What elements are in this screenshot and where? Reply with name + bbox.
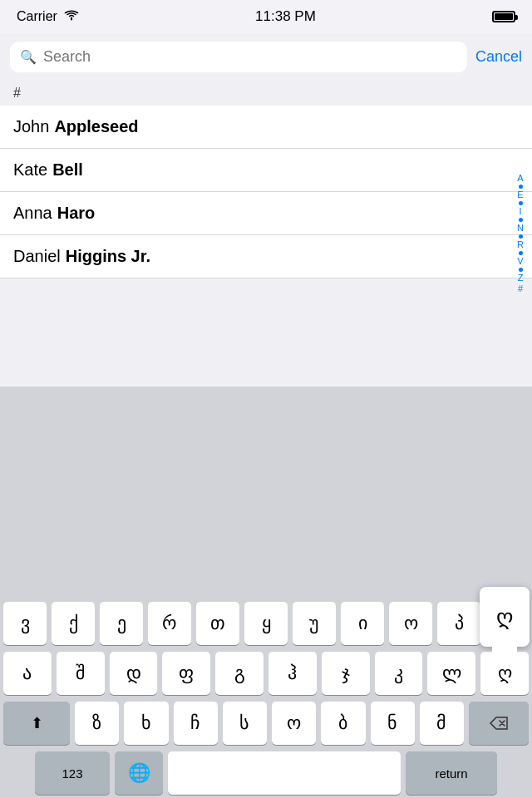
search-input-wrapper[interactable]: 🔍 [10,42,467,72]
index-letter-a[interactable]: A [517,174,523,183]
key-n[interactable]: ნ [371,702,415,745]
contact-item[interactable]: Kate Bell [0,149,532,192]
cancel-button[interactable]: Cancel [475,48,522,66]
contact-first-name: Kate [13,160,47,180]
key-r[interactable]: რ [148,602,191,645]
index-dot [519,251,523,255]
contact-first-name: John [13,117,49,136]
index-letter-i[interactable]: I [519,207,521,216]
index-letter-z[interactable]: Z [518,273,524,283]
battery-icon [492,11,515,22]
key-g[interactable]: გ [215,652,264,695]
contact-last-name: Appleseed [54,117,138,136]
key-o[interactable]: ო [389,602,432,645]
key-e[interactable]: ე [100,602,143,645]
key-m[interactable]: მ [420,702,464,745]
numbers-key[interactable]: 123 [35,751,110,795]
key-ch[interactable]: ჩ [174,702,218,745]
key-t[interactable]: თ [196,602,239,645]
key-h[interactable]: ჰ [268,652,317,695]
index-dot [519,268,523,272]
key-sh[interactable]: შ [57,652,105,695]
key-f[interactable]: ფ [162,652,210,695]
contact-first-name: Anna [13,204,52,223]
key-j[interactable]: ჯ [322,652,370,695]
contact-item[interactable]: John Appleseed [0,106,532,149]
keyboard: ვ ქ ე რ თ ყ უ ი ო პ :- ა შ დ ფ გ ჰ ჯ კ ლ… [0,595,532,798]
key-x[interactable]: ხ [124,702,168,745]
key-a[interactable]: ა [3,652,52,695]
status-right [492,11,515,22]
index-letter-r[interactable]: R [517,240,524,249]
keyboard-row-3: ⬆ ზ ხ ჩ ს ო ბ ნ მ [3,702,529,745]
index-letter-e[interactable]: E [517,190,523,200]
key-d[interactable]: დ [110,652,158,695]
index-letter-v[interactable]: V [517,257,523,266]
status-bar: Carrier 11:38 PM [0,0,532,33]
space-key[interactable] [168,751,401,795]
search-input[interactable] [43,48,457,66]
contact-item[interactable]: Daniel Higgins Jr. [0,235,532,278]
key-q[interactable]: ქ [52,602,95,645]
contact-list: # John Appleseed Kate Bell Anna Haro Dan… [0,81,532,387]
contact-last-name: Higgins Jr. [66,247,150,266]
contact-last-name: Haro [57,204,96,223]
keyboard-row-2: ა შ დ ფ გ ჰ ჯ კ ლ ღ ღ [3,652,529,695]
index-dot [519,201,523,205]
key-v[interactable]: ვ [3,602,47,645]
key-y[interactable]: ყ [244,602,288,645]
index-scrubber[interactable]: A E I N R V Z # [512,81,529,387]
key-l[interactable]: ლ [427,652,475,695]
keyboard-row-1: ვ ქ ე რ თ ყ უ ი ო პ :- [3,602,529,645]
globe-key[interactable]: 🌐 [115,751,163,795]
index-letter-n[interactable]: N [517,224,524,233]
key-z[interactable]: ზ [75,702,119,745]
keyboard-bottom-row: 123 🌐 return [3,751,529,795]
search-icon: 🔍 [20,49,37,65]
status-time: 11:38 PM [255,8,316,25]
index-letter-hash[interactable]: # [518,284,523,293]
search-bar-container: 🔍 Cancel [0,33,532,81]
key-popup: ღ [480,587,530,647]
wifi-icon [64,9,79,24]
key-u[interactable]: უ [293,602,336,645]
key-s[interactable]: ს [223,702,267,745]
contact-last-name: Bell [52,160,83,180]
index-dot [519,185,523,189]
key-o2[interactable]: ო [272,702,316,745]
delete-key[interactable] [469,702,529,745]
index-dot [519,234,523,239]
key-p[interactable]: პ [437,602,480,645]
key-i[interactable]: ი [341,602,384,645]
key-k[interactable]: კ [375,652,423,695]
section-header-hash: # [0,81,532,106]
key-gh[interactable]: ღ ღ [480,652,529,695]
status-left: Carrier [17,9,79,24]
return-key[interactable]: return [406,751,497,795]
index-dot [519,218,523,222]
contact-first-name: Daniel [13,247,61,266]
shift-key[interactable]: ⬆ [3,702,70,745]
carrier-label: Carrier [17,9,57,24]
contact-item[interactable]: Anna Haro [0,192,532,235]
key-b[interactable]: ბ [321,702,365,745]
